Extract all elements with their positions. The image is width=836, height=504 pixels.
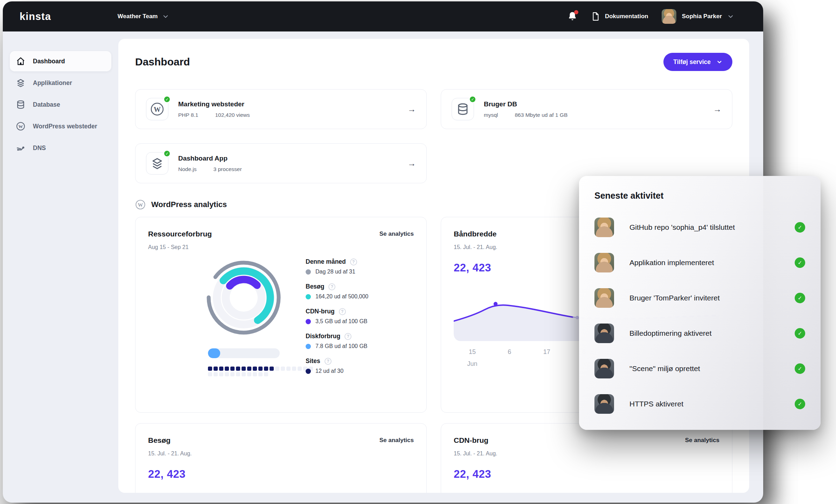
sidebar-item-dns[interactable]: DNS <box>10 138 111 158</box>
add-service-button[interactable]: Tilføj service <box>663 53 732 71</box>
resource-legend: Denne måned? Dag 28 ud af 31 Besøg? 164,… <box>306 257 414 376</box>
activity-item[interactable]: Applikation implementeret ✓ <box>594 250 805 275</box>
x-tick: 17 <box>543 348 550 356</box>
site-segment <box>236 372 240 376</box>
avatar <box>594 253 614 272</box>
status-ok-badge: ✓ <box>469 95 476 103</box>
database-icon <box>16 100 25 109</box>
site-segment <box>281 367 285 371</box>
avatar <box>594 394 614 414</box>
legend-label: Sites <box>306 357 320 365</box>
site-segment <box>258 367 263 371</box>
site-segment <box>242 372 246 376</box>
see-analytics-link[interactable]: Se analytics <box>379 230 414 237</box>
activity-text: "Scene" miljø oprettet <box>629 364 700 373</box>
analytics-row-2: Besøg Se analytics 15. Jul. - 21. Aug. 2… <box>135 423 732 493</box>
site-segment <box>225 367 229 371</box>
site-segment <box>264 372 268 376</box>
help-icon[interactable]: ? <box>344 333 351 340</box>
site-segment <box>292 367 296 371</box>
status-ok-badge: ✓ <box>163 150 171 157</box>
disk-usage-fill <box>208 348 220 358</box>
arrow-right-icon[interactable]: → <box>713 104 722 114</box>
notification-bell-icon[interactable] <box>567 11 578 22</box>
avatar <box>594 288 614 308</box>
resource-donut <box>203 257 284 338</box>
service-icon-tile: ✓ <box>146 152 168 175</box>
service-meta: Node.js 3 processer <box>178 166 242 172</box>
legend-value: Dag 28 ud af 31 <box>315 269 355 275</box>
card-period: Aug 15 - Sep 21 <box>148 244 414 250</box>
activity-item[interactable]: Bruger 'TomParker' inviteret ✓ <box>594 285 805 311</box>
activity-item[interactable]: Billedoptimering aktiveret ✓ <box>594 321 805 346</box>
chevron-down-icon <box>727 13 734 20</box>
database-icon <box>457 103 469 115</box>
x-tick: 6 <box>508 348 511 356</box>
sidebar-item-database[interactable]: Database <box>10 94 111 115</box>
site-segment <box>214 367 218 371</box>
sidebar-item-label: WordPress websteder <box>33 123 97 130</box>
help-icon[interactable]: ? <box>339 308 346 315</box>
card-period: 15. Jul. - 21. Aug. <box>454 450 719 457</box>
success-check-icon: ✓ <box>795 257 805 268</box>
success-check-icon: ✓ <box>795 399 805 409</box>
sidebar-item-dashboard[interactable]: Dashboard <box>10 51 111 71</box>
service-info: Dashboard App Node.js 3 processer <box>178 155 242 172</box>
legend-dot <box>306 369 311 374</box>
team-selector[interactable]: Weather Team <box>118 13 169 20</box>
svg-text:W: W <box>138 202 143 208</box>
bandwidth-ghost-marker <box>576 316 579 319</box>
card-title: CDN-brug <box>454 436 488 445</box>
topbar-right: Dokumentation Sophia Parker <box>567 9 734 24</box>
activity-item[interactable]: GitHub repo 'sophia_p4' tilsluttet ✓ <box>594 215 805 240</box>
avatar <box>594 324 614 343</box>
sidebar-item-label: Applikationer <box>33 79 72 87</box>
layers-icon <box>151 157 163 170</box>
see-analytics-link[interactable]: Se analytics <box>379 437 414 444</box>
legend-value: 7.8 GB ud af 100 GB <box>315 343 368 349</box>
site-segment <box>242 367 246 371</box>
service-card-bruger-db[interactable]: ✓ Bruger DB mysql 863 Mbyte ud af 1 GB → <box>441 89 732 129</box>
site-segment <box>270 367 274 371</box>
activity-item[interactable]: "Scene" miljø oprettet ✓ <box>594 356 805 381</box>
service-icon-tile: W ✓ <box>146 98 168 120</box>
activity-text: Applikation implementeret <box>629 258 714 267</box>
site-segment <box>208 367 212 371</box>
cdn-total: 22, 423 <box>454 468 719 481</box>
site-segment <box>275 367 279 371</box>
avatar <box>594 359 614 378</box>
help-icon[interactable]: ? <box>325 358 332 365</box>
service-name: Dashboard App <box>178 155 242 162</box>
site-segment <box>253 372 257 376</box>
activity-item[interactable]: HTTPS aktiveret ✓ <box>594 391 805 417</box>
service-info: Marketing websteder PHP 8.1 102,420 view… <box>178 100 250 118</box>
service-meta: PHP 8.1 102,420 views <box>178 112 250 118</box>
site-segment <box>247 367 251 371</box>
help-icon[interactable]: ? <box>350 258 357 265</box>
legend-value: 12 ud af 30 <box>315 368 343 374</box>
visits-card: Besøg Se analytics 15. Jul. - 21. Aug. 2… <box>135 423 427 493</box>
card-title: Besøg <box>148 436 170 445</box>
service-info: Bruger DB mysql 863 Mbyte ud af 1 GB <box>484 100 567 118</box>
service-card-marketing-websteder[interactable]: W ✓ Marketing websteder PHP 8.1 102,420 … <box>135 89 427 129</box>
documentation-link[interactable]: Dokumentation <box>591 12 648 21</box>
help-icon[interactable]: ? <box>328 283 335 290</box>
arrow-right-icon[interactable]: → <box>407 158 416 168</box>
service-card-dashboard-app[interactable]: ✓ Dashboard App Node.js 3 processer → <box>135 143 427 183</box>
arrow-right-icon[interactable]: → <box>407 104 416 114</box>
screen: kinsta Weather Team Dokumentation Sophia… <box>0 0 836 504</box>
topbar: kinsta Weather Team Dokumentation Sophia… <box>3 1 763 31</box>
legend-group: Besøg? 164,20 ud af 500,000 <box>306 283 414 300</box>
legend-label: Denne måned <box>306 258 346 265</box>
site-segment <box>208 372 212 376</box>
visits-total: 22, 423 <box>148 468 414 481</box>
sidebar-item-applikationer[interactable]: Applikationer <box>10 73 111 93</box>
sidebar-item-wordpress-websteder[interactable]: W WordPress websteder <box>10 116 111 136</box>
activity-text: Bruger 'TomParker' inviteret <box>629 294 720 302</box>
user-menu[interactable]: Sophia Parker <box>662 9 734 24</box>
activity-text: HTTPS aktiveret <box>629 400 683 408</box>
see-analytics-link[interactable]: Se analytics <box>685 437 719 444</box>
user-avatar <box>662 9 676 24</box>
legend-group: Diskforbrug? 7.8 GB ud af 100 GB <box>306 333 414 349</box>
kinsta-logo: kinsta <box>20 11 51 22</box>
